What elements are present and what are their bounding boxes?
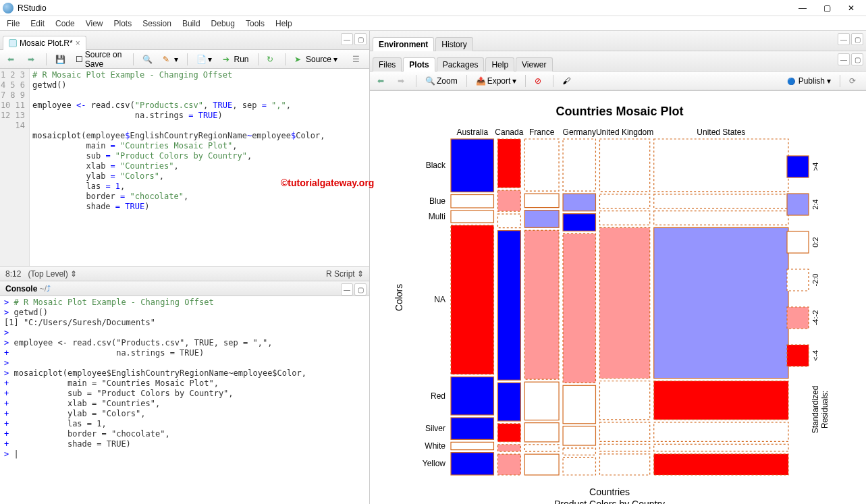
tab-environment[interactable]: Environment <box>373 37 434 51</box>
svg-rect-48 <box>599 194 649 208</box>
source-on-save-label: Source on Save <box>85 50 124 69</box>
svg-rect-46 <box>563 457 595 475</box>
maximize-console-icon[interactable]: ▢ <box>354 283 367 296</box>
plot-forward-button[interactable] <box>394 75 410 87</box>
tab-help[interactable]: Help <box>485 57 514 72</box>
menu-file[interactable]: File <box>7 19 20 28</box>
code-editor[interactable]: 1 2 3 4 5 6 7 8 9 10 11 12 13 14 # R Mos… <box>0 69 369 266</box>
svg-text:2:4: 2:4 <box>811 199 819 209</box>
svg-rect-21 <box>451 442 493 449</box>
menu-debug[interactable]: Debug <box>211 19 235 28</box>
svg-text:Colors: Colors <box>394 284 404 311</box>
svg-rect-26 <box>497 231 520 381</box>
publish-button[interactable]: Publish ▾ <box>784 75 834 87</box>
close-tab-icon[interactable]: × <box>76 38 80 48</box>
minimize-env-icon[interactable]: — <box>838 33 850 45</box>
rerun-button[interactable] <box>263 53 279 65</box>
minimize-plots-icon[interactable]: — <box>838 53 850 65</box>
tab-packages[interactable]: Packages <box>437 57 485 72</box>
tab-files[interactable]: Files <box>373 57 402 72</box>
svg-text:Silver: Silver <box>425 424 445 433</box>
run-button[interactable]: Run <box>219 53 252 65</box>
svg-rect-52 <box>599 422 649 442</box>
svg-rect-54 <box>599 454 649 475</box>
refresh-plot-button[interactable] <box>846 75 862 87</box>
window-title: RStudio <box>18 3 790 13</box>
svg-text:Product Colors by Country: Product Colors by Country <box>554 499 665 504</box>
menu-edit[interactable]: Edit <box>30 19 45 28</box>
svg-rect-49 <box>599 211 649 225</box>
svg-text:<-4: <-4 <box>811 350 819 361</box>
editor-tab-label: Mosaic Plot.R* <box>20 38 73 48</box>
svg-text:-2:0: -2:0 <box>811 274 819 287</box>
back-button[interactable] <box>4 53 20 65</box>
svg-rect-32 <box>524 194 559 208</box>
tab-plots[interactable]: Plots <box>403 57 435 72</box>
svg-text:-4:-2: -4:-2 <box>811 310 819 326</box>
notebook-button[interactable]: ▾ <box>193 53 215 65</box>
maximize-pane-icon[interactable]: ▢ <box>354 33 367 45</box>
console-header: Console ~/ ⤴ — ▢ <box>0 281 369 296</box>
svg-text:United Kingdom: United Kingdom <box>596 128 653 137</box>
remove-plot-button[interactable] <box>531 75 547 87</box>
tab-history[interactable]: History <box>435 37 472 51</box>
minimize-console-icon[interactable]: — <box>341 283 353 296</box>
console-path: ~/ <box>40 284 47 293</box>
wand-button[interactable]: ▾ <box>159 53 182 65</box>
svg-rect-30 <box>497 454 520 475</box>
menu-tools[interactable]: Tools <box>246 19 265 28</box>
svg-text:0:2: 0:2 <box>811 237 819 247</box>
svg-rect-41 <box>563 214 595 231</box>
svg-rect-61 <box>654 444 788 451</box>
maximize-env-icon[interactable]: ▢ <box>851 33 863 45</box>
svg-text:Residuals:: Residuals: <box>820 391 830 428</box>
find-button[interactable] <box>139 53 155 65</box>
forward-button[interactable] <box>24 53 40 65</box>
svg-rect-25 <box>497 214 520 228</box>
menu-view[interactable]: View <box>86 19 103 28</box>
console[interactable]: > # R Mosaic Plot Example - Changing Off… <box>0 296 369 504</box>
env-tab-bar: Environment History — ▢ <box>370 31 866 51</box>
export-button[interactable]: Export ▾ <box>472 75 520 87</box>
svg-rect-37 <box>524 445 559 451</box>
svg-rect-44 <box>563 426 595 445</box>
svg-rect-53 <box>599 444 649 451</box>
file-type-indicator[interactable]: R Script <box>326 269 357 279</box>
svg-rect-60 <box>654 422 788 442</box>
scope-indicator[interactable]: (Top Level) <box>28 269 70 279</box>
tab-viewer[interactable]: Viewer <box>516 57 552 72</box>
svg-rect-34 <box>524 230 559 379</box>
minimize-button[interactable]: — <box>790 1 815 15</box>
zoom-button[interactable]: Zoom <box>422 75 461 87</box>
close-button[interactable]: ✕ <box>839 1 863 15</box>
svg-rect-45 <box>563 448 595 455</box>
maximize-button[interactable]: ▢ <box>815 1 839 15</box>
maximize-plots-icon[interactable]: ▢ <box>851 53 863 65</box>
menu-help[interactable]: Help <box>275 19 292 28</box>
plot-back-button[interactable] <box>374 75 390 87</box>
save-button[interactable] <box>52 53 68 65</box>
svg-rect-17 <box>451 211 493 223</box>
menu-code[interactable]: Code <box>55 19 75 28</box>
r-file-icon <box>9 39 17 47</box>
menu-plots[interactable]: Plots <box>114 19 132 28</box>
svg-rect-40 <box>563 194 595 211</box>
minimize-pane-icon[interactable]: — <box>341 33 353 45</box>
outline-button[interactable] <box>349 53 365 65</box>
clear-plots-button[interactable] <box>559 75 575 87</box>
editor-status-bar: 8:12 (Top Level) ⇕ R Script ⇕ <box>0 266 369 281</box>
svg-rect-55 <box>654 139 788 192</box>
menu-build[interactable]: Build <box>182 19 200 28</box>
svg-text:Blue: Blue <box>429 196 445 206</box>
svg-rect-57 <box>654 211 788 225</box>
browse-dir-icon[interactable]: ⤴ <box>47 284 51 293</box>
source-on-save-checkbox[interactable]: Source on Save <box>72 49 128 70</box>
source-button[interactable]: Source ▾ <box>291 53 341 65</box>
menu-session[interactable]: Session <box>142 19 171 28</box>
svg-rect-16 <box>451 195 493 208</box>
editor-tab[interactable]: Mosaic Plot.R* × <box>3 36 86 50</box>
svg-text:Black: Black <box>426 161 446 170</box>
run-label: Run <box>234 55 249 64</box>
svg-rect-43 <box>563 385 595 424</box>
svg-rect-39 <box>563 139 595 191</box>
